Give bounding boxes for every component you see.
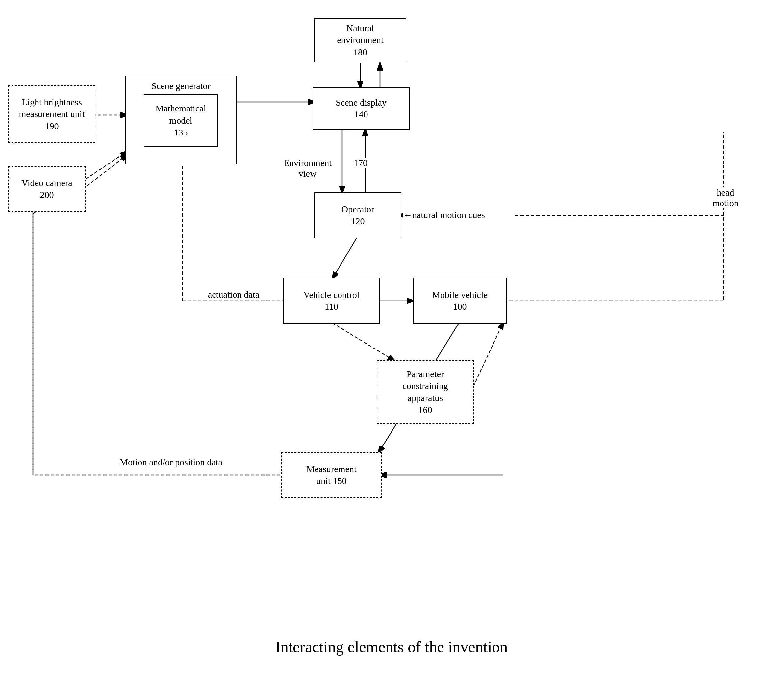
measurement-unit-label: Measurementunit 150 <box>306 463 356 487</box>
video-camera-box: Video camera200 <box>8 166 86 212</box>
scene-generator-box: Scene generator130 Mathematicalmodel135 <box>125 76 237 165</box>
svg-line-15 <box>332 323 395 361</box>
170-label: 170 <box>354 158 367 168</box>
actuation-data-label: actuation data <box>188 289 280 300</box>
scene-display-box: Scene display140 <box>313 87 410 130</box>
page-caption: Interacting elements of the invention <box>181 638 602 656</box>
vehicle-control-label: Vehicle control110 <box>303 289 359 313</box>
natural-environment-box: Naturalenvironment180 <box>314 18 406 62</box>
operator-label: Operator120 <box>342 203 374 228</box>
scene-display-label: Scene display140 <box>336 97 387 121</box>
natural-environment-label: Naturalenvironment180 <box>337 22 384 58</box>
operator-box: Operator120 <box>314 193 401 238</box>
mathematical-model-label: Mathematicalmodel135 <box>156 102 206 138</box>
environment-view-label: Environment view <box>278 158 337 179</box>
measurement-unit-box: Measurementunit 150 <box>281 452 382 498</box>
parameter-constraining-box: Parameterconstrainingapparatus160 <box>377 360 474 424</box>
svg-line-6 <box>332 238 357 279</box>
svg-line-12 <box>83 155 128 189</box>
diagram: Naturalenvironment180 Scene display140 S… <box>0 0 784 674</box>
vehicle-control-box: Vehicle control110 <box>283 278 380 324</box>
natural-motion-cues-label: ←natural motion cues <box>403 210 515 220</box>
motion-position-data-label: Motion and/or position data <box>66 457 276 467</box>
svg-line-16 <box>471 322 503 391</box>
head-motion-label: headmotion <box>706 187 745 208</box>
video-camera-label: Video camera200 <box>22 177 72 201</box>
parameter-constraining-label: Parameterconstrainingapparatus160 <box>402 368 448 416</box>
mathematical-model-box: Mathematicalmodel135 <box>144 94 218 147</box>
mobile-vehicle-label: Mobile vehicle100 <box>432 289 488 313</box>
light-brightness-box: Light brightnessmeasurement unit190 <box>8 85 95 143</box>
light-brightness-label: Light brightnessmeasurement unit190 <box>19 96 85 132</box>
mobile-vehicle-box: Mobile vehicle100 <box>413 278 507 324</box>
